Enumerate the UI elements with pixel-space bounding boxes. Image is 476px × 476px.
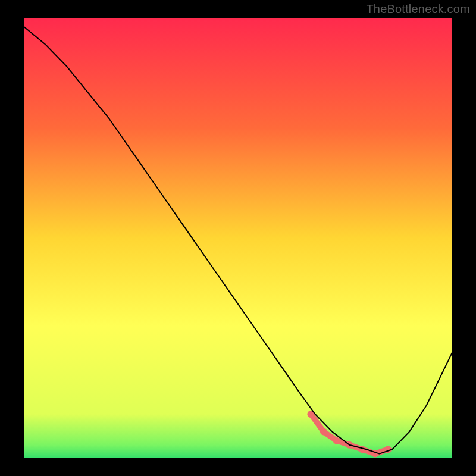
chart-container: TheBottleneck.com: [0, 0, 476, 476]
highlight-dot: [320, 428, 327, 436]
highlight-dot: [333, 437, 340, 444]
chart-svg: [24, 18, 452, 458]
plot-area: [24, 18, 452, 458]
gradient-background: [24, 18, 452, 458]
watermark-text: TheBottleneck.com: [366, 2, 470, 16]
